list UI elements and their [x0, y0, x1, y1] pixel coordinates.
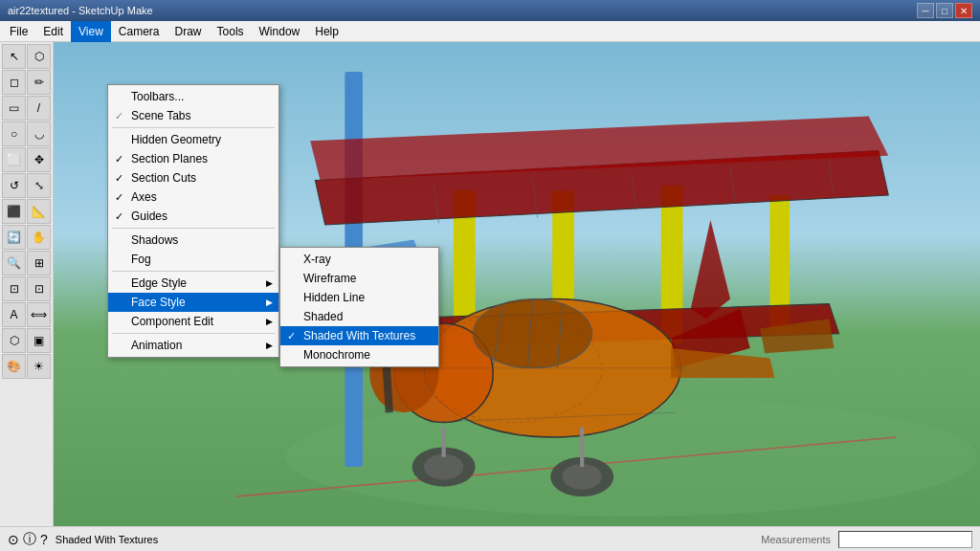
- face-style-xray[interactable]: X-ray: [280, 250, 438, 269]
- separator-4: [112, 333, 275, 334]
- tape2-tool[interactable]: 📐: [27, 199, 51, 224]
- tape-tool[interactable]: ✏: [27, 70, 51, 95]
- menu-draw[interactable]: Draw: [167, 21, 210, 42]
- pan-tool[interactable]: ✋: [27, 225, 51, 250]
- menu-edit[interactable]: Edit: [35, 21, 71, 42]
- menu-window[interactable]: Window: [252, 21, 308, 42]
- viewport[interactable]: Toolbars... Scene Tabs Hidden Geometry S…: [54, 42, 980, 526]
- arc-tool[interactable]: ◡: [27, 121, 51, 146]
- menu-section-cuts[interactable]: Section Cuts: [108, 168, 278, 187]
- menu-tools[interactable]: Tools: [210, 21, 252, 42]
- status-icon-1: ⊙: [8, 532, 19, 547]
- menu-fog[interactable]: Fog: [108, 250, 278, 269]
- menu-view[interactable]: View: [71, 21, 111, 42]
- face-style-monochrome[interactable]: Monochrome: [280, 345, 438, 364]
- menu-bar: File Edit View Camera Draw Tools Window …: [0, 21, 980, 42]
- scale-tool[interactable]: ⤡: [27, 173, 51, 198]
- menu-component-edit[interactable]: Component Edit: [108, 312, 278, 331]
- face-style-hidden-line[interactable]: Hidden Line: [280, 288, 438, 307]
- face-style-shaded[interactable]: Shaded: [280, 307, 438, 326]
- menu-help[interactable]: Help: [307, 21, 346, 42]
- measurements-label: Measurements: [761, 534, 831, 545]
- zoom-ext-tool[interactable]: ⊞: [27, 251, 51, 276]
- main-layout: ↖ ⬡ ◻ ✏ ▭ / ○ ◡ ⬜ ✥ ↺ ⤡ ⬛ 📐 🔄 ✋: [0, 42, 980, 526]
- menu-edge-style[interactable]: Edge Style: [108, 274, 278, 293]
- view-dropdown: Toolbars... Scene Tabs Hidden Geometry S…: [107, 84, 279, 358]
- svg-marker-29: [691, 220, 730, 319]
- text-tool[interactable]: A: [2, 302, 26, 327]
- close-button[interactable]: ✕: [955, 3, 972, 18]
- menu-face-style[interactable]: Face Style: [108, 293, 278, 312]
- measurements-input[interactable]: [838, 531, 972, 548]
- title-bar: air22textured - SketchUp Make ─ □ ✕: [0, 0, 980, 21]
- menu-camera[interactable]: Camera: [111, 21, 167, 42]
- menu-shadows[interactable]: Shadows: [108, 231, 278, 250]
- status-icon-3: ?: [40, 532, 48, 547]
- separator-2: [112, 228, 275, 229]
- menu-guides[interactable]: Guides: [108, 207, 278, 226]
- eraser-tool[interactable]: ◻: [2, 70, 26, 95]
- move-tool[interactable]: ✥: [27, 147, 51, 172]
- face-style-wireframe[interactable]: Wireframe: [280, 269, 438, 288]
- orbit-tool[interactable]: 🔄: [2, 225, 26, 250]
- menu-scene-tabs[interactable]: Scene Tabs: [108, 106, 278, 125]
- minimize-button[interactable]: ─: [917, 3, 934, 18]
- group-tool[interactable]: ▣: [27, 328, 51, 353]
- rotate-tool[interactable]: ↺: [2, 173, 26, 198]
- menu-animation[interactable]: Animation: [108, 336, 278, 355]
- walk-tool[interactable]: ⊡: [27, 276, 51, 301]
- menu-axes[interactable]: Axes: [108, 187, 278, 207]
- rect-tool[interactable]: ▭: [2, 96, 26, 121]
- face-style-submenu: X-ray Wireframe Hidden Line Shaded Shade…: [279, 247, 439, 367]
- separator-1: [112, 127, 275, 128]
- window-controls: ─ □ ✕: [917, 3, 972, 18]
- dim-tool[interactable]: ⟺: [27, 302, 51, 327]
- material-tool[interactable]: 🎨: [2, 354, 26, 379]
- face-style-shaded-textures[interactable]: Shaded With Textures: [280, 326, 438, 345]
- menu-hidden-geometry[interactable]: Hidden Geometry: [108, 130, 278, 149]
- maximize-button[interactable]: □: [936, 3, 953, 18]
- menu-section-planes[interactable]: Section Planes: [108, 149, 278, 168]
- measurements-area: Measurements: [761, 531, 972, 548]
- offset-tool[interactable]: ⬛: [2, 199, 26, 224]
- status-text: Shaded With Textures: [56, 534, 158, 545]
- status-icons: ⊙ ⓘ ?: [8, 531, 48, 548]
- component-tool[interactable]: ⬡: [2, 328, 26, 353]
- select-tool[interactable]: ↖: [2, 44, 26, 69]
- zoom-tool[interactable]: 🔍: [2, 251, 26, 276]
- view-menu-dropdown: Toolbars... Scene Tabs Hidden Geometry S…: [107, 84, 279, 358]
- line-tool[interactable]: /: [27, 96, 51, 121]
- status-bar: ⊙ ⓘ ? Shaded With Textures Measurements: [0, 526, 980, 551]
- section-tool[interactable]: ⊡: [2, 276, 26, 301]
- push-tool[interactable]: ⬜: [2, 147, 26, 172]
- separator-3: [112, 271, 275, 272]
- circle-tool[interactable]: ○: [2, 121, 26, 146]
- paint-tool[interactable]: ⬡: [27, 44, 51, 69]
- left-toolbar: ↖ ⬡ ◻ ✏ ▭ / ○ ◡ ⬜ ✥ ↺ ⤡ ⬛ 📐 🔄 ✋: [0, 42, 54, 526]
- menu-toolbars[interactable]: Toolbars...: [108, 87, 278, 106]
- menu-file[interactable]: File: [2, 21, 35, 42]
- title-text: air22textured - SketchUp Make: [8, 5, 153, 16]
- svg-point-34: [424, 454, 463, 480]
- status-left: ⊙ ⓘ ? Shaded With Textures: [8, 531, 158, 548]
- status-icon-2: ⓘ: [23, 531, 36, 548]
- svg-point-36: [563, 464, 602, 490]
- shadow-tool[interactable]: ☀: [27, 354, 51, 379]
